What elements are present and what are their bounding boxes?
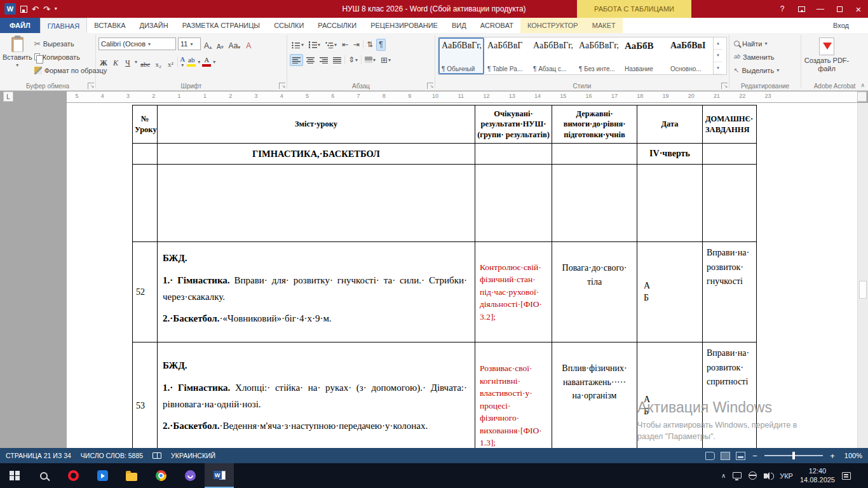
- paste-caret-icon[interactable]: ▾: [16, 62, 18, 68]
- font-family-combobox[interactable]: Calibri (Основ▾: [98, 37, 176, 50]
- tab-table-design[interactable]: КОНСТРУКТОР: [520, 18, 585, 33]
- align-center-button[interactable]: [304, 54, 316, 66]
- header-lesson-number[interactable]: № Уроку: [133, 105, 158, 144]
- numbering-button[interactable]: ▾: [307, 39, 322, 51]
- tab-stop-selector[interactable]: L: [3, 92, 13, 102]
- lesson-content-cell[interactable]: БЖД. 1.· Гімнастика. Вправи· для· розвит…: [158, 242, 475, 342]
- multilevel-list-button[interactable]: ▾: [323, 39, 339, 51]
- zoom-slider-thumb[interactable]: [792, 452, 795, 459]
- empty-cell[interactable]: [552, 165, 637, 242]
- ruler-toggle-button[interactable]: [857, 92, 867, 102]
- document-page[interactable]: № Уроку Зміст·уроку Очікувані· результат…: [67, 103, 857, 448]
- strikethrough-button[interactable]: abc: [139, 56, 151, 68]
- underline-button[interactable]: Ч: [123, 56, 133, 68]
- empty-cell[interactable]: [475, 165, 552, 242]
- section-cell-empty[interactable]: [475, 144, 552, 165]
- underline-caret-icon[interactable]: ▾: [135, 59, 137, 65]
- empty-cell[interactable]: [158, 165, 475, 242]
- word-app-icon[interactable]: W: [4, 3, 16, 15]
- collapse-ribbon-icon[interactable]: ∧: [860, 82, 865, 88]
- bullets-button[interactable]: ▾: [290, 39, 306, 51]
- line-spacing-button[interactable]: ⇕▾: [346, 54, 360, 66]
- web-layout-button[interactable]: [736, 452, 745, 460]
- align-left-button[interactable]: [290, 54, 303, 66]
- style-table-paragraph[interactable]: АаБбВвГ ¶ Table Pa...: [484, 37, 530, 74]
- clipboard-dialog-launcher[interactable]: ↘: [88, 83, 94, 89]
- print-layout-button[interactable]: [721, 452, 730, 460]
- change-case-button[interactable]: Аа▾: [227, 38, 242, 50]
- zoom-in-button[interactable]: +: [829, 451, 836, 461]
- expected-results-cell[interactable]: Розвиває·свої· когнітивні· властивості·у…: [475, 342, 552, 449]
- tab-page-layout[interactable]: РАЗМЕТКА СТРАНИЦЫ: [175, 18, 267, 33]
- taskbar-clock[interactable]: 12:40 14.08.2025: [800, 467, 835, 484]
- word-count[interactable]: ЧИСЛО СЛОВ: 5885: [81, 452, 143, 459]
- homework-cell[interactable]: Вправи·на· розвиток· гнучкості: [703, 242, 757, 342]
- tab-view[interactable]: ВИД: [445, 18, 473, 33]
- action-center-icon[interactable]: [842, 472, 851, 480]
- shading-button[interactable]: ▾: [363, 54, 377, 66]
- italic-button[interactable]: К: [111, 56, 121, 68]
- superscript-button[interactable]: x²: [165, 56, 175, 68]
- borders-button[interactable]: ⊞▾: [379, 54, 393, 66]
- shrink-font-button[interactable]: А▾: [215, 38, 226, 50]
- show-formatting-marks-button[interactable]: ¶: [376, 39, 385, 51]
- section-cell-empty[interactable]: [703, 144, 757, 165]
- tab-review[interactable]: РЕЦЕНЗИРОВАНИЕ: [363, 18, 445, 33]
- taskbar-search-button[interactable]: [29, 463, 58, 488]
- zoom-level[interactable]: 100%: [842, 452, 862, 459]
- tab-acrobat[interactable]: ACROBAT: [473, 18, 520, 33]
- styles-scroll-up-button[interactable]: ▴: [714, 37, 722, 50]
- justify-button[interactable]: [331, 54, 343, 66]
- proofing-status-icon[interactable]: [153, 452, 161, 459]
- align-right-button[interactable]: [318, 54, 330, 66]
- close-button[interactable]: ×: [849, 0, 868, 18]
- keyboard-language[interactable]: УКР: [780, 472, 793, 480]
- header-homework[interactable]: ДОМАШНЄ· ЗАВДАННЯ: [703, 105, 757, 144]
- tab-references[interactable]: ССЫЛКИ: [267, 18, 311, 33]
- lesson-number-cell[interactable]: 52: [133, 242, 158, 342]
- style-list-paragraph[interactable]: АаБбВвГг, ¶ Абзац с...: [530, 37, 576, 74]
- header-date[interactable]: Дата: [637, 105, 703, 144]
- ribbon-display-options-button[interactable]: [792, 0, 811, 18]
- tab-table-layout[interactable]: МАКЕТ: [585, 18, 623, 33]
- volume-tray-icon[interactable]: [764, 473, 767, 478]
- clear-formatting-button[interactable]: А: [243, 38, 254, 50]
- restore-button[interactable]: [830, 0, 849, 18]
- select-button[interactable]: ↖Выделить▾: [732, 65, 799, 76]
- section-cell-empty[interactable]: [133, 144, 158, 165]
- grow-font-button[interactable]: А▴: [203, 38, 214, 50]
- header-expected-results[interactable]: Очікувані· результати·НУШ· (групи· резул…: [475, 105, 552, 144]
- expected-results-cell[interactable]: Контролює·свій· фізичний·стан· під·час·р…: [475, 242, 552, 342]
- language-indicator[interactable]: УКРАИНСКИЙ: [171, 452, 215, 459]
- bold-button[interactable]: Ж: [98, 56, 109, 68]
- tab-home[interactable]: ГЛАВНАЯ: [40, 18, 87, 33]
- header-state-requirements[interactable]: Державні· вимоги·до·рівня· підготовки·уч…: [552, 105, 637, 144]
- horizontal-ruler[interactable]: L 54321123456789101112131415161718192021…: [0, 91, 868, 103]
- state-requirements-cell[interactable]: Вплив·фізичних· навантажень····· на·орга…: [552, 342, 637, 449]
- zoom-slider[interactable]: [764, 455, 823, 456]
- increase-indent-button[interactable]: ⇥: [351, 39, 362, 51]
- ruler-strip[interactable]: 5432112345678910111213141516171819202122…: [67, 92, 857, 102]
- styles-scroll-down-button[interactable]: ▾: [714, 50, 722, 62]
- tab-design[interactable]: ДИЗАЙН: [132, 18, 175, 33]
- highlight-color-button[interactable]: ab: [187, 57, 196, 67]
- section-title[interactable]: ГІМНАСТИКА,·БАСКЕТБОЛ: [158, 144, 475, 165]
- page-indicator[interactable]: СТРАНИЦА 21 ИЗ 34: [6, 452, 71, 459]
- tray-chevron-up-icon[interactable]: ∧: [721, 472, 726, 479]
- empty-cell[interactable]: [133, 165, 158, 242]
- decrease-indent-button[interactable]: ⇤: [340, 39, 350, 51]
- scrollbar-thumb[interactable]: [859, 281, 867, 299]
- header-lesson-content[interactable]: Зміст·уроку: [158, 105, 475, 144]
- paste-button[interactable]: Вставить ▾: [3, 35, 32, 76]
- styles-more-button[interactable]: ▾: [714, 62, 722, 74]
- empty-cell[interactable]: [637, 165, 703, 242]
- section-cell-empty[interactable]: [552, 144, 637, 165]
- taskbar-blue-app[interactable]: [88, 463, 117, 488]
- display-tray-icon[interactable]: [733, 472, 742, 478]
- empty-cell[interactable]: [703, 165, 757, 242]
- sort-button[interactable]: ⇅: [365, 39, 375, 51]
- taskbar-word-active[interactable]: W: [205, 463, 234, 488]
- lesson-content-cell[interactable]: БЖД. 1.· Гімнастика. Хлопці:· стійка· на…: [158, 342, 475, 449]
- minimize-button[interactable]: —: [811, 0, 830, 18]
- redo-icon[interactable]: ↷: [43, 5, 50, 13]
